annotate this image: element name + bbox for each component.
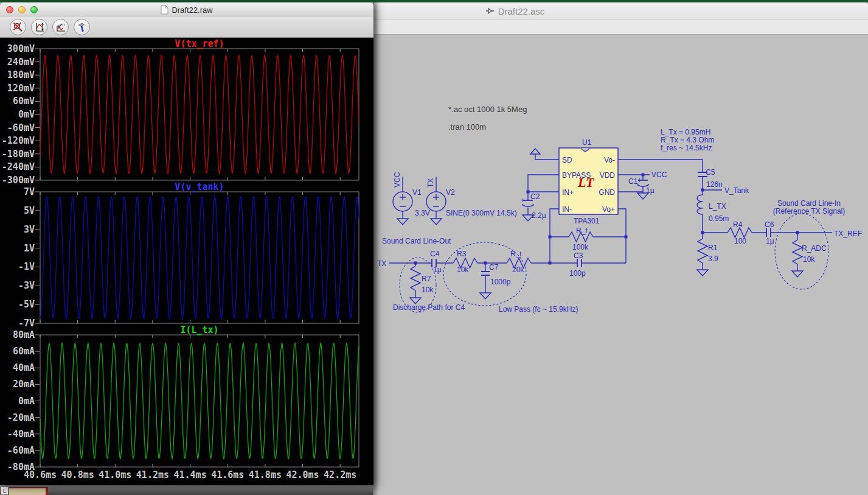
schematic-label-ref-c7[interactable]: C7	[489, 263, 499, 272]
schematic-label-note-f-res[interactable]: f_res ~ 14.5kHz	[661, 144, 712, 152]
schematic-label-ref-r-adc[interactable]: R_ADC	[802, 244, 827, 253]
sd-arrow-icon	[530, 149, 540, 154]
resistor-R1[interactable]	[698, 239, 707, 263]
schematic-label-value-r1[interactable]: 3.9	[708, 255, 718, 263]
background-strip	[9, 487, 48, 495]
schematic-label-net-tx-v2[interactable]: TX	[426, 178, 435, 188]
autorange-button[interactable]	[31, 19, 47, 35]
schematic-label-ref-r1[interactable]: R1	[708, 244, 718, 252]
zoom-button[interactable]	[30, 6, 38, 13]
schematic-label-pin-gnd[interactable]: GND	[599, 188, 615, 197]
resistor-R7[interactable]	[411, 266, 420, 290]
schematic-label-directive-ac[interactable]: *.ac oct 1000 1k 5Meg	[448, 105, 527, 114]
schematic-drawing[interactable]: LT *.ac oct 1000 1k 5Meg.tran 100mL_Tx =…	[373, 33, 868, 495]
trace-V(tx_ref)	[40, 55, 359, 174]
schematic-label-net-vcc-right[interactable]: VCC	[651, 170, 667, 179]
schematic-label-pin-vo-minus[interactable]: Vo-	[604, 156, 615, 164]
zoom-off-icon	[13, 22, 24, 33]
screen: Draft22.asc	[0, 0, 868, 495]
schematic-label-ref-c5[interactable]: C5	[706, 168, 715, 177]
schematic-label-value-c4[interactable]: 1µ	[433, 265, 442, 274]
schematic-label-pin-bypass[interactable]: BYPASS	[562, 171, 591, 180]
schematic-label-value-c1[interactable]: 1µ	[646, 186, 654, 195]
window-controls	[6, 6, 38, 13]
schematic-label-ref-c1[interactable]: C1	[628, 177, 638, 186]
schematic-label-ref-c4[interactable]: C4	[430, 250, 440, 258]
waveform-toolbar	[0, 17, 373, 38]
schematic-doc-icon	[486, 7, 495, 15]
plot-settings-icon	[55, 22, 66, 33]
document-icon	[161, 5, 168, 15]
schematic-label-ref-c2[interactable]: C2	[530, 192, 540, 201]
waveform-plots[interactable]	[0, 38, 373, 485]
ground-icon	[431, 219, 442, 225]
schematic-label-value-c7[interactable]: 1000p	[490, 278, 511, 286]
capacitor-C7[interactable]	[481, 272, 490, 275]
waveform-window-title: Draft22.raw	[172, 5, 212, 15]
schematic-label-value-c6[interactable]: 1µ	[766, 237, 774, 245]
schematic-label-value-v1[interactable]: 3.3V	[415, 209, 430, 217]
ground-icon	[397, 219, 408, 225]
capacitor-C6[interactable]	[766, 228, 771, 237]
background-icon: L	[1, 486, 9, 495]
schematic-label-pin-vo-plus[interactable]: Vo+	[602, 205, 615, 214]
schematic-label-ref-l-tx[interactable]: L_TX	[709, 202, 726, 211]
schematic-label-part-u1[interactable]: TPA301	[574, 217, 600, 225]
schematic-label-pin-sd[interactable]: SD	[562, 156, 572, 164]
inductor-LTX[interactable]	[697, 195, 703, 214]
minimize-button[interactable]	[18, 6, 26, 13]
schematic-label-value-c3[interactable]: 100p	[569, 269, 586, 278]
schematic-label-ref-r4[interactable]: R4	[733, 220, 743, 229]
ground-icon	[697, 270, 708, 276]
schematic-label-plus-c2[interactable]: +	[521, 196, 525, 205]
resistor-RADC[interactable]	[793, 240, 802, 264]
schematic-label-note-discharge[interactable]: Discharge Path for C4	[393, 303, 465, 312]
schematic-label-value-ri[interactable]: 20k	[512, 265, 524, 274]
capacitor-C3[interactable]	[577, 259, 582, 267]
schematic-label-value-r3[interactable]: 10k	[457, 265, 469, 274]
schematic-label-ref-v1[interactable]: V1	[412, 188, 422, 197]
schematic-label-note-lowpass[interactable]: Low Pass (fc ~ 15.9kHz)	[499, 305, 578, 314]
zoom-off-button[interactable]	[10, 19, 26, 35]
schematic-label-plus-c1[interactable]: +	[637, 176, 642, 184]
ground-icon	[480, 293, 491, 299]
schematic-label-note-line-in-2[interactable]: (Reference TX Signal)	[773, 207, 845, 216]
schematic-label-note-line-in-1[interactable]: Sound Card Line-In	[777, 199, 841, 208]
schematic-label-value-r4[interactable]: 100	[734, 237, 746, 245]
schematic-label-ref-rf[interactable]: R_f	[576, 226, 588, 235]
schematic-label-note-l-tx[interactable]: L_Tx = 0.95mH	[661, 128, 710, 136]
schematic-label-value-c2[interactable]: 2.2µ	[532, 211, 546, 220]
schematic-label-pin-vdd[interactable]: VDD	[600, 171, 616, 180]
schematic-label-pin-in-minus[interactable]: IN-	[562, 205, 572, 214]
autorange-icon	[34, 22, 45, 33]
voltage-source-V1[interactable]	[393, 192, 412, 211]
schematic-label-ref-u1[interactable]: U1	[582, 138, 592, 147]
schematic-label-ref-c6[interactable]: C6	[765, 220, 774, 229]
trace-I(L_tx)	[40, 343, 359, 459]
schematic-label-value-v2[interactable]: SINE(0 300mV 14.5k)	[446, 209, 517, 217]
schematic-label-note-r-tx[interactable]: R_Tx = 4.3 Ohm	[661, 136, 714, 144]
schematic-label-directive-tran[interactable]: .tran 100m	[448, 122, 486, 132]
schematic-label-pin-in-plus[interactable]: IN+	[562, 188, 574, 197]
schematic-label-port-tx-ref[interactable]: TX_REF	[834, 230, 862, 238]
schematic-label-value-c5[interactable]: 126n	[706, 180, 723, 189]
schematic-label-net-vcc-v1[interactable]: VCC	[393, 172, 401, 188]
schematic-label-port-tx[interactable]: TX	[377, 259, 386, 268]
schematic-label-ref-v2[interactable]: V2	[446, 188, 455, 197]
schematic-label-ref-r3[interactable]: R3	[457, 250, 467, 258]
schematic-label-value-rf[interactable]: 100k	[572, 243, 589, 251]
schematic-label-ref-ri[interactable]: R_i	[510, 250, 521, 258]
schematic-label-note-line-out[interactable]: Sound Card Line-Out	[382, 237, 451, 245]
close-button[interactable]	[6, 6, 13, 13]
schematic-label-value-l-tx[interactable]: 0.95m	[709, 214, 729, 223]
plot-settings-button[interactable]	[52, 19, 69, 35]
tools-button[interactable]	[74, 19, 90, 35]
waveform-titlebar[interactable]: Draft22.raw	[0, 2, 373, 18]
schematic-label-ref-c3[interactable]: C3	[574, 251, 583, 260]
schematic-label-net-v-tank[interactable]: V_Tank	[724, 186, 749, 195]
resistor-R4[interactable]	[727, 228, 752, 237]
ground-icon	[792, 271, 803, 277]
schematic-label-value-r-adc[interactable]: 10k	[803, 255, 815, 264]
schematic-label-ref-r7[interactable]: R7	[422, 275, 431, 283]
schematic-label-value-r7[interactable]: 10k	[422, 286, 434, 294]
